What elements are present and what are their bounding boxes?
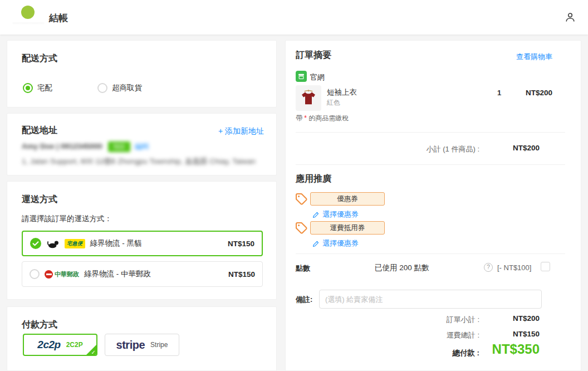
- shipping-total-value: NT$150: [513, 330, 540, 338]
- pencil-icon: [312, 240, 320, 247]
- shipping-option-price: NT$150: [228, 270, 255, 279]
- user-account-icon[interactable]: [565, 12, 576, 23]
- points-used: 已使用 200 點數: [375, 263, 429, 273]
- shipping-option-price: NT$150: [228, 240, 254, 248]
- delivery-method-title: 配送方式: [22, 53, 57, 65]
- payment-method-card: 付款方式 2c2p 2C2P ✓ stripe Stripe: [7, 306, 277, 371]
- coupon-tag-icon: [295, 221, 308, 235]
- shipping-option-name: 綠界物流 - 黑貓: [90, 238, 142, 248]
- radio-store-pickup-label[interactable]: 超商取貨: [112, 83, 142, 93]
- shipping-method-card: 運送方式 請選擇該訂單的運送方式： 宅急便 綠界物流 - 黑貓 NT$150: [7, 181, 277, 300]
- payment-option-stripe[interactable]: stripe Stripe: [105, 334, 179, 356]
- product-price: NT$200: [526, 89, 552, 97]
- radio-home-delivery[interactable]: 宅配: [23, 83, 52, 93]
- payment-option-2c2p[interactable]: 2c2p 2C2P ✓: [23, 334, 97, 356]
- select-coupon-link[interactable]: 選擇優惠券: [312, 209, 359, 219]
- order-subtotal-value: NT$200: [513, 314, 540, 323]
- product-name: 短袖上衣: [327, 87, 357, 97]
- shipping-coupon-badge: 運費抵用券: [310, 221, 385, 235]
- promotions-title: 應用推廣: [296, 173, 331, 185]
- address-name-phone-redacted: Amy Doe | 0912345000: [22, 142, 102, 150]
- question-icon[interactable]: ?: [484, 263, 493, 272]
- delivery-address-title: 配送地址: [22, 125, 57, 136]
- payment-method-title: 付款方式: [22, 319, 57, 331]
- radio-unselected-icon[interactable]: [97, 83, 107, 93]
- stripe-logo: stripe: [116, 339, 145, 352]
- taqbin-badge: 宅急便: [65, 239, 85, 248]
- note-label: 備註:: [296, 295, 312, 305]
- points-checkbox[interactable]: [541, 262, 550, 271]
- shipping-method-title: 運送方式: [22, 194, 57, 206]
- corner-check-icon: ✓: [91, 349, 96, 355]
- address-default-badge-redacted: 預設: [108, 141, 130, 152]
- pencil-icon: [312, 211, 320, 218]
- points-label: 點數: [296, 263, 310, 274]
- shipping-option-name: 綠界物流 - 中華郵政: [84, 269, 151, 279]
- radio-store-pickup[interactable]: 超商取貨: [97, 83, 142, 93]
- coupon-tag-icon: [295, 192, 308, 206]
- points-discount: [- NT$100]: [497, 263, 531, 272]
- order-summary-title: 訂單摘要: [296, 50, 331, 61]
- subtotal-label: 小計 (1 件商品) :: [296, 144, 479, 154]
- grand-total-value: NT$350: [492, 341, 540, 357]
- order-summary-card: 訂單摘要 查看購物車 官網 短袖上衣 紅色 1 NT$200 帶 * 的商品需繳…: [285, 40, 581, 371]
- 2c2p-logo: 2c2p: [37, 339, 60, 351]
- product-qty: 1: [497, 89, 501, 97]
- divider: [296, 132, 565, 133]
- address-line1-redacted: Amy Doe | 0912345000預設編輯: [22, 141, 149, 152]
- coupon-badge: 優惠券: [310, 192, 385, 206]
- radio-home-delivery-label[interactable]: 宅配: [37, 83, 52, 93]
- 2c2p-label: 2C2P: [66, 341, 83, 349]
- stripe-label: Stripe: [150, 341, 168, 349]
- store-name: 官網: [310, 72, 325, 82]
- address-edit-link-redacted[interactable]: 編輯: [135, 142, 149, 150]
- order-subtotal-label: 訂單小計 :: [296, 315, 479, 325]
- divider: [296, 164, 565, 165]
- radio-selected-icon[interactable]: [23, 83, 33, 93]
- store-logo[interactable]: [21, 6, 35, 19]
- add-new-address-link[interactable]: + 添加新地址: [218, 126, 264, 136]
- black-cat-icon: [46, 239, 60, 248]
- radio-unselected-icon[interactable]: [30, 269, 40, 279]
- storefront-icon: [296, 71, 307, 82]
- grand-total-label: 總付款 :: [296, 348, 479, 358]
- select-shipping-coupon-link[interactable]: 選擇優惠券: [312, 238, 359, 248]
- shipping-hint: 請選擇該訂單的運送方式：: [22, 214, 112, 224]
- shipping-option-post[interactable]: 中華郵政 綠界物流 - 中華郵政 NT$150: [22, 261, 263, 287]
- subtotal-value: NT$200: [513, 144, 540, 152]
- chunghwa-post-icon: 中華郵政: [45, 270, 79, 279]
- product-variant: 紅色: [327, 98, 340, 108]
- store-logo-caption: ..............................: [7, 21, 50, 24]
- product-image: [296, 85, 321, 111]
- shipping-total-label: 運費總計 :: [296, 330, 479, 340]
- view-cart-link[interactable]: 查看購物車: [516, 52, 552, 62]
- checkout-page: .............................. 結帳 配送方式 宅…: [0, 0, 588, 371]
- header: .............................. 結帳: [0, 0, 588, 35]
- tax-note: 帶 * 的商品需繳稅: [296, 114, 349, 123]
- delivery-method-card: 配送方式 宅配 超商取貨: [7, 40, 277, 108]
- note-input[interactable]: [319, 290, 542, 309]
- check-circle-icon: [30, 238, 41, 249]
- address-line2-redacted: 1, Jalan Support, 600 11樓B Zhongpu Towns…: [22, 157, 256, 167]
- shipping-option-blackcat[interactable]: 宅急便 綠界物流 - 黑貓 NT$150: [22, 231, 263, 256]
- page-title: 結帳: [49, 12, 68, 25]
- delivery-address-card: 配送地址 + 添加新地址 Amy Doe | 0912345000預設編輯 1,…: [7, 113, 277, 175]
- divider: [296, 253, 565, 254]
